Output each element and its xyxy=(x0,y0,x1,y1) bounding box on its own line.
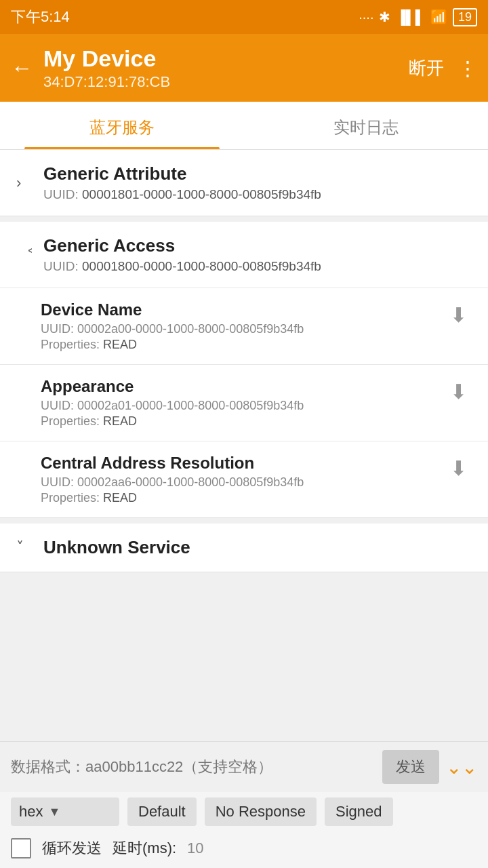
header: ← My Device 34:D7:12:91:78:CB 断开 ⋮ xyxy=(0,34,488,102)
send-button[interactable]: 发送 xyxy=(382,750,439,784)
service-generic-access-uuid: UUID: 00001800-0000-1000-8000-00805f9b34… xyxy=(43,259,472,274)
device-address: 34:D7:12:91:78:CB xyxy=(43,73,170,91)
default-option-button[interactable]: Default xyxy=(127,797,197,826)
read-characteristic-device-name-button[interactable]: ⬇ xyxy=(445,303,472,327)
char-device-name-uuid: UUID: 00002a00-0000-1000-8000-00805f9b34… xyxy=(41,322,445,336)
char-appearance-uuid: UUID: 00002a01-0000-1000-8000-00805f9b34… xyxy=(41,399,445,413)
loop-send-label: 循环发送 xyxy=(42,838,102,859)
read-characteristic-car-button[interactable]: ⬇ xyxy=(445,456,472,480)
data-input-row: 发送 ⌄⌄ xyxy=(0,742,488,792)
service-generic-attribute-header[interactable]: › Generic Attribute UUID: 00001801-0000-… xyxy=(0,150,488,216)
options-row: hex ▼ Default No Response Signed xyxy=(0,792,488,831)
device-title: My Device xyxy=(43,45,170,72)
header-left: ← My Device 34:D7:12:91:78:CB xyxy=(11,45,170,91)
service-generic-access-header[interactable]: ˅ Generic Access UUID: 00001800-0000-100… xyxy=(0,222,488,288)
service-unknown-header[interactable]: ˅ Unknown Service xyxy=(0,524,488,572)
tab-ble-services[interactable]: 蓝牙服务 xyxy=(0,102,244,149)
format-select[interactable]: hex ▼ xyxy=(11,797,119,826)
service-divider-2 xyxy=(0,518,488,524)
tab-realtime-log[interactable]: 实时日志 xyxy=(244,102,488,149)
battery-icon: 19 xyxy=(453,8,477,26)
service-generic-attribute: › Generic Attribute UUID: 00001801-0000-… xyxy=(0,150,488,216)
char-car-uuid: UUID: 00002aa6-0000-1000-8000-00805f9b34… xyxy=(41,475,445,490)
char-appearance-title: Appearance xyxy=(41,377,445,396)
char-car-title: Central Address Resolution xyxy=(41,454,445,473)
no-response-option-button[interactable]: No Response xyxy=(205,797,317,826)
characteristic-central-address-resolution: Central Address Resolution UUID: 00002aa… xyxy=(0,441,488,517)
chevron-unknown-icon: ˅ xyxy=(16,539,33,557)
disconnect-button[interactable]: 断开 xyxy=(409,56,444,80)
read-characteristic-appearance-button[interactable]: ⬇ xyxy=(445,380,472,403)
service-generic-attribute-info: Generic Attribute UUID: 00001801-0000-10… xyxy=(43,163,472,202)
back-button[interactable]: ← xyxy=(11,56,33,81)
tab-bar: 蓝牙服务 实时日志 xyxy=(0,102,488,150)
header-right: 断开 ⋮ xyxy=(409,56,477,80)
service-generic-attribute-name: Generic Attribute xyxy=(43,163,472,184)
delay-label: 延时(ms): xyxy=(113,838,176,859)
status-icons: ···· ✱ ▐▌▌ 📶 19 xyxy=(359,8,477,26)
signal-dots-icon: ···· xyxy=(359,9,373,25)
service-unknown: ˅ Unknown Service xyxy=(0,524,488,572)
status-bar: 下午5:14 ···· ✱ ▐▌▌ 📶 19 xyxy=(0,0,488,34)
bluetooth-icon: ✱ xyxy=(379,9,390,25)
service-generic-access-name: Generic Access xyxy=(43,235,472,256)
characteristic-appearance: Appearance UUID: 00002a01-0000-1000-8000… xyxy=(0,364,488,441)
char-car-info: Central Address Resolution UUID: 00002aa… xyxy=(41,454,445,505)
expand-icon[interactable]: ⌄⌄ xyxy=(446,756,477,778)
chevron-down-icon: ˅ xyxy=(16,247,33,263)
status-time: 下午5:14 xyxy=(11,7,70,27)
service-generic-attribute-uuid: UUID: 00001801-0000-1000-8000-00805f9b34… xyxy=(43,187,472,202)
signed-option-button[interactable]: Signed xyxy=(325,797,393,826)
service-unknown-name: Unknown Service xyxy=(43,537,472,558)
service-list: › Generic Attribute UUID: 00001801-0000-… xyxy=(0,150,488,572)
char-device-name-props: Properties: READ xyxy=(41,338,445,352)
chevron-right-icon: › xyxy=(16,174,33,192)
bottom-section: 发送 ⌄⌄ hex ▼ Default No Response Signed 循… xyxy=(0,741,488,868)
characteristic-device-name: Device Name UUID: 00002a00-0000-1000-800… xyxy=(0,288,488,364)
more-menu-button[interactable]: ⋮ xyxy=(458,56,477,80)
loop-row: 循环发送 延时(ms): 10 xyxy=(0,831,488,868)
char-appearance-info: Appearance UUID: 00002a01-0000-1000-8000… xyxy=(41,377,445,429)
char-appearance-props: Properties: READ xyxy=(41,414,445,429)
service-generic-access: ˅ Generic Access UUID: 00001800-0000-100… xyxy=(0,222,488,518)
data-input-field[interactable] xyxy=(11,758,375,776)
char-car-props: Properties: READ xyxy=(41,491,445,505)
char-device-name-title: Device Name xyxy=(41,300,445,319)
service-unknown-info: Unknown Service xyxy=(43,537,472,558)
format-chevron-icon: ▼ xyxy=(48,805,60,819)
format-value: hex xyxy=(19,803,43,821)
signal-bars-icon: ▐▌▌ xyxy=(396,9,425,25)
wifi-icon: 📶 xyxy=(430,9,447,25)
header-title-block: My Device 34:D7:12:91:78:CB xyxy=(43,45,170,91)
service-generic-access-info: Generic Access UUID: 00001800-0000-1000-… xyxy=(43,235,472,274)
loop-send-checkbox[interactable] xyxy=(11,838,31,859)
char-device-name-info: Device Name UUID: 00002a00-0000-1000-800… xyxy=(41,300,445,352)
delay-value: 10 xyxy=(187,840,203,857)
service-divider-1 xyxy=(0,216,488,222)
